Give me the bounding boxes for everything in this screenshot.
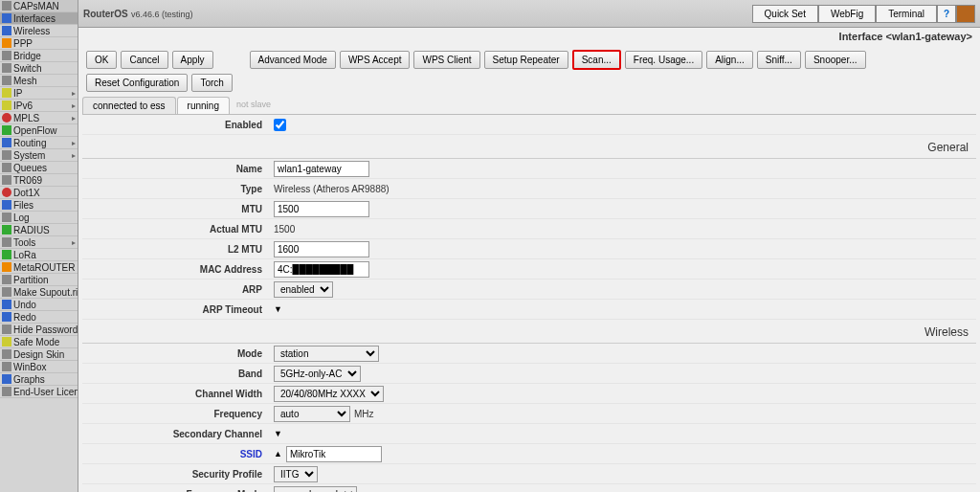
menu-icon [2, 237, 11, 247]
frequency-select[interactable]: auto [274, 406, 350, 422]
actual-mtu-value: 1500 [274, 224, 295, 235]
sidebar-item-log[interactable]: Log [0, 212, 78, 224]
l2mtu-input[interactable] [274, 241, 369, 257]
wps-accept-button[interactable]: WPS Accept [340, 51, 411, 69]
security-profile-select[interactable]: IITG [274, 466, 318, 482]
mtu-input[interactable] [274, 201, 369, 217]
ok-button[interactable]: OK [86, 51, 117, 69]
menu-icon [2, 362, 11, 371]
menu-icon [2, 212, 11, 222]
advanced-mode-button[interactable]: Advanced Mode [250, 51, 336, 69]
quick-set-button[interactable]: Quick Set [752, 5, 818, 23]
sidebar-item-ip[interactable]: IP▸ [0, 87, 78, 100]
sniff-button[interactable]: Sniff... [757, 51, 801, 69]
sidebar-item-undo[interactable]: Undo [0, 299, 78, 311]
align-button[interactable]: Align... [706, 51, 753, 69]
menu-icon [2, 76, 11, 85]
menu-icon [2, 125, 11, 135]
sidebar-item-graphs[interactable]: Graphs [0, 373, 78, 386]
mac-input[interactable] [274, 261, 369, 278]
enabled-checkbox[interactable] [274, 119, 286, 131]
brand: RouterOS v6.46.6 (testing) [83, 7, 193, 20]
sidebar-item-interfaces[interactable]: Interfaces [0, 12, 78, 25]
menu-icon [2, 1, 11, 11]
reset-config-button[interactable]: Reset Configuration [86, 74, 188, 92]
sidebar-item-tools[interactable]: Tools▸ [0, 236, 78, 249]
cancel-button[interactable]: Cancel [121, 51, 167, 69]
tab-running[interactable]: running [177, 97, 230, 114]
frequency-mode-select[interactable]: superchannel [274, 486, 357, 493]
secondary-channel-expand[interactable]: ▼ [274, 429, 282, 438]
sidebar-item-label: Safe Mode [13, 337, 59, 347]
sidebar-item-dot1x[interactable]: Dot1X [0, 187, 78, 199]
webfig-button[interactable]: WebFig [818, 5, 876, 23]
channel-width-select[interactable]: 20/40/80MHz XXXX [274, 386, 384, 402]
sidebar-item-bridge[interactable]: Bridge [0, 50, 78, 62]
torch-button[interactable]: Torch [191, 74, 232, 92]
sidebar-item-end-user-license[interactable]: End-User License [0, 386, 78, 398]
enabled-label: Enabled [82, 120, 274, 130]
menu-icon [2, 150, 11, 160]
snooper-button[interactable]: Snooper... [805, 51, 866, 69]
sidebar-item-label: Routing [13, 138, 46, 148]
sidebar-item-tr069[interactable]: TR069 [0, 174, 78, 187]
ssid-input[interactable] [286, 446, 382, 462]
menu-icon [2, 387, 11, 396]
terminal-button[interactable]: Terminal [876, 5, 937, 23]
security-profile-label: Security Profile [82, 469, 274, 480]
sidebar-item-files[interactable]: Files [0, 199, 78, 212]
sidebar-item-design-skin[interactable]: Design Skin [0, 348, 78, 361]
not-slave-label: not slave [236, 97, 271, 114]
sidebar-item-make-supout-rif[interactable]: Make Supout.rif [0, 286, 78, 299]
sidebar-item-wireless[interactable]: Wireless [0, 25, 78, 37]
sidebar-item-queues[interactable]: Queues [0, 162, 78, 174]
band-select[interactable]: 5GHz-only-AC [274, 366, 361, 382]
sidebar-item-radius[interactable]: RADIUS [0, 224, 78, 236]
sidebar-item-label: Dot1X [13, 188, 40, 198]
sidebar-item-label: IPv6 [13, 101, 33, 111]
sidebar-item-label: LoRa [13, 250, 36, 260]
type-value: Wireless (Atheros AR9888) [274, 184, 390, 194]
wps-client-button[interactable]: WPS Client [413, 51, 479, 69]
sidebar-item-redo[interactable]: Redo [0, 311, 78, 324]
ssid-collapse[interactable]: ▲ [274, 449, 282, 458]
sidebar-item-ppp[interactable]: PPP [0, 37, 78, 50]
mode-select[interactable]: station [274, 346, 379, 362]
apply-button[interactable]: Apply [172, 51, 213, 69]
help-button[interactable]: ? [937, 5, 956, 23]
sidebar-item-routing[interactable]: Routing▸ [0, 137, 78, 149]
sidebar-item-winbox[interactable]: WinBox [0, 361, 78, 373]
sidebar-item-label: Make Supout.rif [13, 287, 78, 298]
tab-connected[interactable]: connected to ess [82, 97, 176, 114]
sidebar-item-system[interactable]: System▸ [0, 149, 78, 162]
sidebar-item-label: Mesh [13, 76, 36, 86]
sidebar-item-ipv6[interactable]: IPv6▸ [0, 100, 78, 112]
sidebar-item-mpls[interactable]: MPLS▸ [0, 112, 78, 124]
menu-icon [2, 138, 11, 147]
sidebar-item-partition[interactable]: Partition [0, 274, 78, 286]
section-wireless: Wireless [82, 322, 976, 344]
scan-button[interactable]: Scan... [572, 50, 621, 70]
setup-repeater-button[interactable]: Setup Repeater [484, 51, 568, 69]
toolbar: OK Cancel Apply Advanced Mode WPS Accept… [78, 45, 980, 97]
arp-select[interactable]: enabled [274, 281, 333, 298]
sidebar-item-metarouter[interactable]: MetaROUTER [0, 261, 78, 274]
sidebar-item-hide-passwords[interactable]: Hide Passwords [0, 324, 78, 336]
sidebar-item-label: End-User License [13, 387, 78, 397]
arp-timeout-expand[interactable]: ▼ [274, 304, 282, 314]
frequency-unit: MHz [354, 409, 374, 419]
sidebar-item-label: Log [13, 212, 30, 223]
frequency-mode-label: Frequency Mode [82, 489, 274, 493]
sidebar-item-openflow[interactable]: OpenFlow [0, 124, 78, 137]
mtu-label: MTU [82, 204, 274, 214]
sidebar-item-mesh[interactable]: Mesh [0, 75, 78, 87]
sidebar-item-label: Files [13, 200, 33, 211]
sidebar-item-safe-mode[interactable]: Safe Mode [0, 336, 78, 348]
actual-mtu-label: Actual MTU [82, 224, 274, 235]
freq-usage-button[interactable]: Freq. Usage... [625, 51, 702, 69]
sidebar-item-capsman[interactable]: CAPsMAN [0, 0, 78, 12]
sidebar-item-lora[interactable]: LoRa [0, 249, 78, 261]
logout-button[interactable] [956, 5, 975, 23]
sidebar-item-switch[interactable]: Switch [0, 62, 78, 75]
name-input[interactable] [274, 161, 369, 177]
